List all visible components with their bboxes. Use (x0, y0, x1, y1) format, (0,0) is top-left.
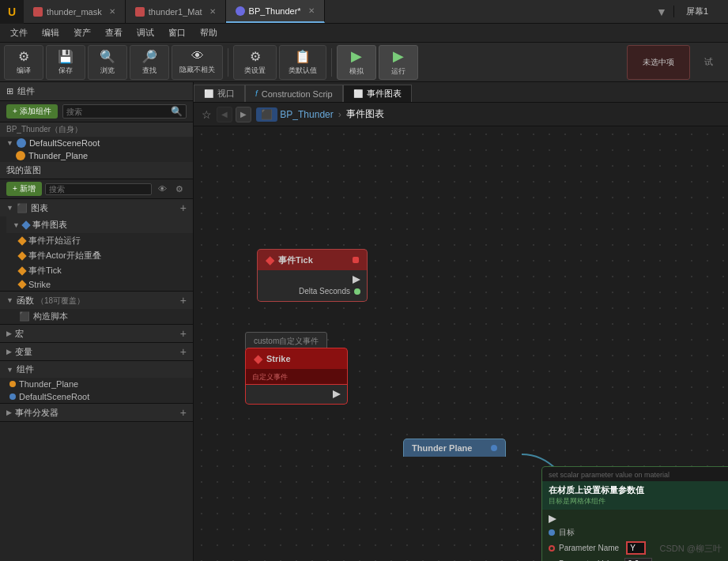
menu-window[interactable]: 窗口 (162, 25, 192, 40)
menu-view[interactable]: 查看 (99, 25, 129, 40)
menu-bar: 文件 编辑 资产 查看 调试 窗口 帮助 (0, 24, 728, 43)
expand-icon[interactable]: ▼ (656, 6, 667, 18)
comp-item-default-scene-root[interactable]: DefaultSceneRoot (0, 390, 193, 403)
functions-section-header[interactable]: ▼ 函数 （18可覆盖） + (0, 292, 193, 309)
compile-button[interactable]: ⚙ 编译 (4, 45, 43, 80)
sidebar-item-event-begin-play[interactable]: 事件开始运行 (6, 233, 193, 248)
variables-section-header[interactable]: ▶ 变量 + (0, 343, 193, 360)
ue-logo: U (0, 0, 24, 24)
menu-help[interactable]: 帮助 (194, 25, 224, 40)
eye-button[interactable]: 👁 (155, 182, 169, 196)
event-actor-overlap-label: 事件Actor开始重叠 (28, 250, 101, 262)
component-search-input[interactable] (66, 107, 171, 116)
event-graph-diamond (23, 220, 29, 230)
tab-bp-thunder[interactable]: BP_Thunder* ✕ (226, 0, 325, 23)
tab-viewport[interactable]: ⬜ 视口 (194, 85, 245, 102)
class-defaults-button[interactable]: 📋 类默认值 (279, 45, 326, 80)
hide-unrelated-button[interactable]: 👁 隐藏不相关 (172, 45, 223, 80)
watermark: CSDN @柳三叶 (660, 543, 722, 555)
nav-forward-button[interactable]: ▶ (236, 107, 251, 122)
sidebar-item-event-tick[interactable]: 事件Tick (6, 263, 193, 278)
tab-thunder1-mat[interactable]: thunder1_Mat ✕ (126, 0, 226, 23)
add-component-button[interactable]: + 添加组件 (6, 104, 58, 119)
simulate-button[interactable]: ▶ 模拟 (337, 45, 376, 80)
comp-collapse-icon: ▼ (6, 366, 13, 374)
construct-script-label: 构造脚本 (33, 311, 68, 322)
class-settings-button[interactable]: ⚙ 类设置 (233, 45, 277, 80)
exec-out-pin[interactable] (353, 276, 360, 284)
star-icon[interactable]: ☆ (202, 108, 212, 121)
unselected-button[interactable]: 未选中项 (627, 45, 690, 80)
sidebar-item-construct-script[interactable]: ⬛ 构造脚本 (0, 309, 193, 324)
param-name-label: Parameter Name (559, 544, 619, 552)
param-value-row: Parameter Value (542, 556, 728, 561)
tab-icon-thunder (236, 6, 245, 16)
blueprint-search-input[interactable] (49, 185, 148, 194)
event-dispatcher-plus[interactable]: + (180, 406, 187, 419)
tree-item-default-scene-root[interactable]: ▼ DefaultSceneRoot (0, 137, 193, 149)
browse-icon: 🔍 (100, 49, 115, 64)
comp-item-thunder-plane[interactable]: Thunder_Plane (0, 378, 193, 390)
sidebar-item-strike[interactable]: Strike (6, 278, 193, 291)
strike-exec-pin (246, 389, 347, 400)
tab-event-graph[interactable]: ⬜ 事件图表 (343, 85, 412, 102)
breadcrumb-bp-link[interactable]: ⬛ BP_Thunder (256, 109, 334, 120)
macros-plus-button[interactable]: + (180, 327, 187, 340)
event-dispatcher-header[interactable]: ▶ 事件分发器 + (0, 404, 193, 421)
run-button[interactable]: ▶ 运行 (379, 45, 418, 80)
strike-header: ◆ Strike (245, 348, 348, 369)
tab-thunder-mask[interactable]: thunder_mask ✕ (24, 0, 126, 23)
tree-item-thunder-plane[interactable]: Thunder_Plane (0, 149, 193, 162)
graph-plus-button[interactable]: + (180, 201, 187, 214)
target-label: 目标 (559, 527, 575, 538)
variables-plus-button[interactable]: + (180, 345, 187, 358)
param-value-input[interactable] (624, 558, 652, 561)
event-graph-collapse: ▼ (13, 221, 20, 229)
sidebar-section-macros: ▶ 宏 + (0, 325, 193, 343)
components-icon: ⊞ (6, 86, 13, 96)
strike-exec-out[interactable] (333, 390, 341, 398)
target-in-pin[interactable] (549, 529, 555, 536)
delta-seconds-pin[interactable] (354, 288, 360, 295)
event-actor-overlap-icon (17, 251, 26, 260)
browse-button[interactable]: 🔍 浏览 (88, 45, 127, 80)
tab-close-3[interactable]: ✕ (308, 6, 315, 15)
components-section-header[interactable]: ▼ 组件 (0, 361, 193, 378)
node-thunder-plane[interactable]: Thunder Plane (403, 439, 506, 457)
node-strike[interactable]: ◆ Strike 自定义事件 (245, 348, 348, 405)
graph-area[interactable]: ◆ 事件Tick Delta Seconds cust (194, 126, 728, 561)
functions-plus-button[interactable]: + (180, 294, 187, 307)
tab-label-bp-thunder: BP_Thunder* (249, 6, 301, 16)
find-label: 查找 (142, 66, 157, 76)
macros-section-header[interactable]: ▶ 宏 + (0, 325, 193, 342)
menu-asset[interactable]: 资产 (67, 25, 97, 40)
find-icon: 🔎 (141, 49, 157, 64)
sidebar-item-event-actor-overlap[interactable]: 事件Actor开始重叠 (6, 248, 193, 263)
thunder-plane-out-pin[interactable] (491, 445, 497, 451)
blueprint-toolbar: + 新增 👁 ⚙ (0, 179, 193, 199)
nav-back-button[interactable]: ◀ (217, 107, 232, 122)
tab-construction-script[interactable]: f Construction Scrip (245, 85, 343, 102)
tab-close[interactable]: ✕ (109, 7, 115, 16)
save-button[interactable]: 💾 保存 (46, 45, 85, 80)
settings-button[interactable]: ⚙ (172, 182, 187, 196)
bp-self-label: BP_Thunder（自身） (0, 122, 193, 137)
new-blueprint-button[interactable]: + 新增 (6, 182, 42, 196)
browse-label: 浏览 (100, 66, 115, 76)
tab-close-2[interactable]: ✕ (209, 7, 216, 16)
graph-section-header[interactable]: ▼ ⬛ 图表 + (0, 199, 193, 216)
param-name-input[interactable] (626, 541, 646, 555)
blueprint-search-box (45, 183, 152, 195)
event-tick-diamond: ◆ (266, 254, 274, 266)
toolbar-separator-2 (331, 48, 332, 77)
menu-edit[interactable]: 编辑 (36, 25, 66, 40)
menu-file[interactable]: 文件 (4, 25, 34, 40)
find-button[interactable]: 🔎 查找 (130, 45, 169, 80)
exec-in-pin[interactable] (549, 515, 556, 523)
event-graph-tab-label: 事件图表 (367, 88, 402, 100)
menu-debug[interactable]: 调试 (130, 25, 160, 40)
event-graph-header[interactable]: ▼ 事件图表 (6, 216, 193, 233)
node-event-tick[interactable]: ◆ 事件Tick Delta Seconds (257, 249, 368, 302)
param-name-pin[interactable] (549, 545, 555, 552)
screen-button[interactable]: 屏幕1 (673, 6, 720, 17)
